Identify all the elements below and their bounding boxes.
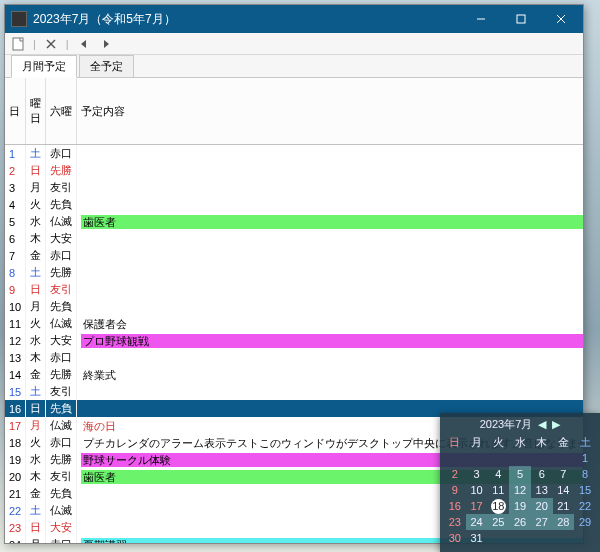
table-row[interactable]: 13木赤口 [5, 349, 583, 366]
mini-day[interactable] [509, 530, 531, 546]
col-rokuyo[interactable]: 六曜 [46, 78, 77, 145]
table-row[interactable]: 7金赤口 [5, 247, 583, 264]
mini-day[interactable]: 4 [487, 466, 509, 482]
table-row[interactable]: 10月先負 [5, 298, 583, 315]
cell-event[interactable] [77, 281, 583, 298]
next-month-button[interactable] [99, 37, 113, 51]
table-row[interactable]: 12水大安プロ野球観戦 [5, 332, 583, 349]
mini-day[interactable] [466, 450, 488, 466]
mini-day[interactable]: 7 [553, 466, 575, 482]
mini-day[interactable]: 15 [574, 482, 596, 498]
mini-day[interactable] [487, 530, 509, 546]
cell-rokuyo: 仏滅 [46, 315, 77, 332]
cell-event[interactable]: 保護者会 [77, 315, 583, 332]
mini-day[interactable]: 8 [574, 466, 596, 482]
cell-event[interactable] [77, 196, 583, 213]
table-row[interactable]: 9日友引 [5, 281, 583, 298]
mini-day[interactable]: 17 [466, 498, 488, 514]
mini-day[interactable]: 18 [487, 498, 509, 514]
mini-day[interactable] [553, 450, 575, 466]
event-item[interactable]: 歯医者 [81, 215, 583, 229]
cell-event[interactable] [77, 349, 583, 366]
cell-weekday: 火 [26, 196, 46, 213]
mini-day[interactable]: 21 [553, 498, 575, 514]
mini-day[interactable]: 20 [531, 498, 553, 514]
event-item[interactable]: プロ野球観戦 [81, 334, 583, 348]
table-row[interactable]: 1土赤口 [5, 145, 583, 163]
mini-prev-button[interactable]: ◀ [538, 418, 546, 431]
cell-event[interactable]: 歯医者 [77, 213, 583, 230]
mini-day[interactable]: 11 [487, 482, 509, 498]
mini-day[interactable]: 22 [574, 498, 596, 514]
table-row[interactable]: 5水仏滅歯医者 [5, 213, 583, 230]
table-row[interactable]: 4火先負 [5, 196, 583, 213]
cell-event[interactable] [77, 179, 583, 196]
tab-monthly[interactable]: 月間予定 [11, 55, 77, 78]
mini-day[interactable]: 14 [553, 482, 575, 498]
mini-day[interactable]: 23 [444, 514, 466, 530]
table-row[interactable]: 3月友引 [5, 179, 583, 196]
cell-event[interactable] [77, 247, 583, 264]
prev-month-button[interactable] [77, 37, 91, 51]
mini-day[interactable]: 27 [531, 514, 553, 530]
cell-event[interactable] [77, 162, 583, 179]
table-row[interactable]: 6木大安 [5, 230, 583, 247]
mini-day[interactable]: 5 [509, 466, 531, 482]
mini-day[interactable]: 6 [531, 466, 553, 482]
mini-day[interactable] [553, 530, 575, 546]
col-day[interactable]: 日 [5, 78, 26, 145]
table-row[interactable]: 15土友引 [5, 383, 583, 400]
cell-event[interactable]: プロ野球観戦 [77, 332, 583, 349]
mini-day[interactable]: 2 [444, 466, 466, 482]
mini-day[interactable]: 12 [509, 482, 531, 498]
tab-all[interactable]: 全予定 [79, 55, 134, 78]
table-row[interactable]: 11火仏滅保護者会 [5, 315, 583, 332]
cell-rokuyo: 先負 [46, 298, 77, 315]
delete-button[interactable] [44, 37, 58, 51]
mini-next-button[interactable]: ▶ [552, 418, 560, 431]
mini-day[interactable]: 19 [509, 498, 531, 514]
cell-event[interactable] [77, 230, 583, 247]
cell-day: 23 [5, 519, 26, 536]
event-item[interactable]: 終業式 [81, 368, 583, 382]
mini-day[interactable]: 29 [574, 514, 596, 530]
mini-day[interactable]: 24 [466, 514, 488, 530]
cell-rokuyo: 先勝 [46, 162, 77, 179]
table-row[interactable]: 14金先勝終業式 [5, 366, 583, 383]
cell-event[interactable]: 終業式 [77, 366, 583, 383]
mini-day[interactable] [531, 450, 553, 466]
table-row[interactable]: 8土先勝 [5, 264, 583, 281]
mini-day[interactable]: 10 [466, 482, 488, 498]
titlebar[interactable]: 2023年7月（令和5年7月） [5, 5, 583, 33]
mini-day[interactable]: 25 [487, 514, 509, 530]
mini-day[interactable]: 1 [574, 450, 596, 466]
table-row[interactable]: 2日先勝 [5, 162, 583, 179]
mini-day[interactable]: 13 [531, 482, 553, 498]
cell-event[interactable] [77, 298, 583, 315]
mini-day[interactable]: 31 [466, 530, 488, 546]
mini-day[interactable] [531, 530, 553, 546]
mini-day[interactable]: 28 [553, 514, 575, 530]
mini-title: 2023年7月 [480, 417, 533, 432]
mini-day[interactable] [509, 450, 531, 466]
mini-day[interactable]: 3 [466, 466, 488, 482]
maximize-button[interactable] [501, 8, 541, 30]
cell-event[interactable] [77, 383, 583, 400]
mini-day[interactable]: 9 [444, 482, 466, 498]
col-weekday[interactable]: 曜日 [26, 78, 46, 145]
mini-day[interactable] [487, 450, 509, 466]
new-button[interactable] [11, 37, 25, 51]
close-button[interactable] [541, 8, 581, 30]
cell-event[interactable] [77, 264, 583, 281]
cell-event[interactable] [77, 145, 583, 163]
mini-day[interactable]: 30 [444, 530, 466, 546]
minimize-button[interactable] [461, 8, 501, 30]
col-event[interactable]: 予定内容 [77, 78, 583, 145]
mini-day[interactable]: 16 [444, 498, 466, 514]
mini-day[interactable] [444, 450, 466, 466]
event-item[interactable]: 保護者会 [81, 317, 583, 331]
mini-day[interactable]: 26 [509, 514, 531, 530]
mini-row: 1 [444, 450, 596, 466]
mini-day[interactable] [574, 530, 596, 546]
mini-calendar[interactable]: 2023年7月 ◀ ▶ 日月火水木金土 12345678910111213141… [440, 413, 600, 552]
